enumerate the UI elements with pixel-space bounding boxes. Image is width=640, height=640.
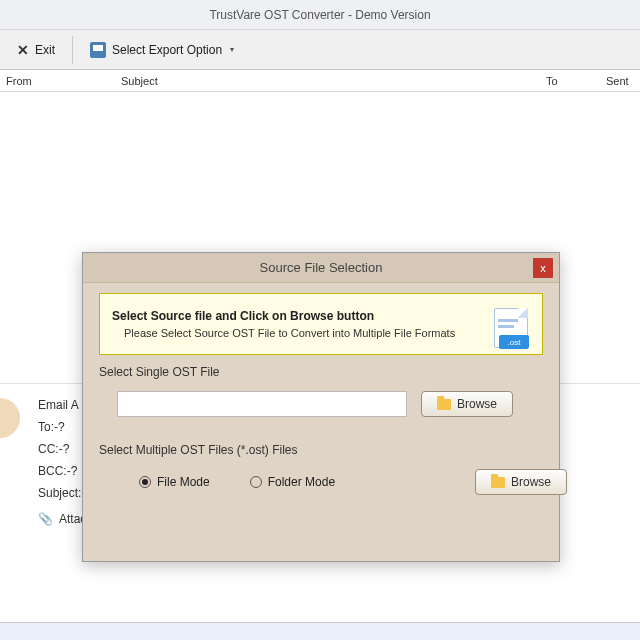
radio-file-label: File Mode <box>157 475 210 489</box>
paperclip-icon: 📎 <box>38 512 53 526</box>
folder-icon <box>437 399 451 410</box>
column-to[interactable]: To <box>540 75 600 87</box>
toolbar: ✕ Exit Select Export Option ▾ <box>0 30 640 70</box>
info-title: Select Source file and Click on Browse b… <box>112 309 530 323</box>
source-file-dialog: Source File Selection x Select Source fi… <box>82 252 560 562</box>
info-banner: Select Source file and Click on Browse b… <box>99 293 543 355</box>
window-title: TrustVare OST Converter - Demo Version <box>209 8 430 22</box>
radio-folder-label: Folder Mode <box>268 475 335 489</box>
exit-label: Exit <box>35 43 55 57</box>
select-export-button[interactable]: Select Export Option ▾ <box>79 36 245 64</box>
close-icon: x <box>540 262 546 274</box>
dialog-close-button[interactable]: x <box>533 258 553 278</box>
save-icon <box>90 42 106 58</box>
export-label: Select Export Option <box>112 43 222 57</box>
info-subtitle: Please Select Source OST File to Convert… <box>112 327 530 339</box>
exit-button[interactable]: ✕ Exit <box>6 36 66 64</box>
radio-file-mode[interactable]: File Mode <box>139 475 210 489</box>
dialog-title-bar: Source File Selection x <box>83 253 559 283</box>
column-from[interactable]: From <box>0 75 115 87</box>
toolbar-separator <box>72 36 73 64</box>
single-file-label: Select Single OST File <box>99 365 543 379</box>
radio-icon <box>139 476 151 488</box>
folder-icon <box>491 477 505 488</box>
browse-single-button[interactable]: Browse <box>421 391 513 417</box>
column-headers: From Subject To Sent <box>0 70 640 92</box>
status-bar <box>0 622 640 640</box>
avatar-slot <box>0 392 34 442</box>
radio-icon <box>250 476 262 488</box>
dialog-title: Source File Selection <box>260 260 383 275</box>
single-file-row: Browse <box>99 391 543 417</box>
window-title-bar: TrustVare OST Converter - Demo Version <box>0 0 640 30</box>
single-file-input[interactable] <box>117 391 407 417</box>
avatar-icon <box>0 398 20 438</box>
main-content: Email A To:-? CC:-? BCC:-? Subject:-? 📎 … <box>0 92 640 608</box>
dialog-body: Select Source file and Click on Browse b… <box>83 283 559 505</box>
multi-file-row: File Mode Folder Mode Browse <box>99 469 543 495</box>
column-subject[interactable]: Subject <box>115 75 540 87</box>
column-sent[interactable]: Sent <box>600 75 640 87</box>
browse-label: Browse <box>457 397 497 411</box>
chevron-down-icon: ▾ <box>230 45 234 54</box>
radio-folder-mode[interactable]: Folder Mode <box>250 475 335 489</box>
browse-multi-button[interactable]: Browse <box>475 469 567 495</box>
ost-ext-label: .ost <box>499 335 529 349</box>
ost-file-icon: .ost <box>490 302 532 348</box>
browse-label: Browse <box>511 475 551 489</box>
close-icon: ✕ <box>17 42 29 58</box>
multi-file-label: Select Multiple OST Files (*.ost) Files <box>99 443 543 457</box>
